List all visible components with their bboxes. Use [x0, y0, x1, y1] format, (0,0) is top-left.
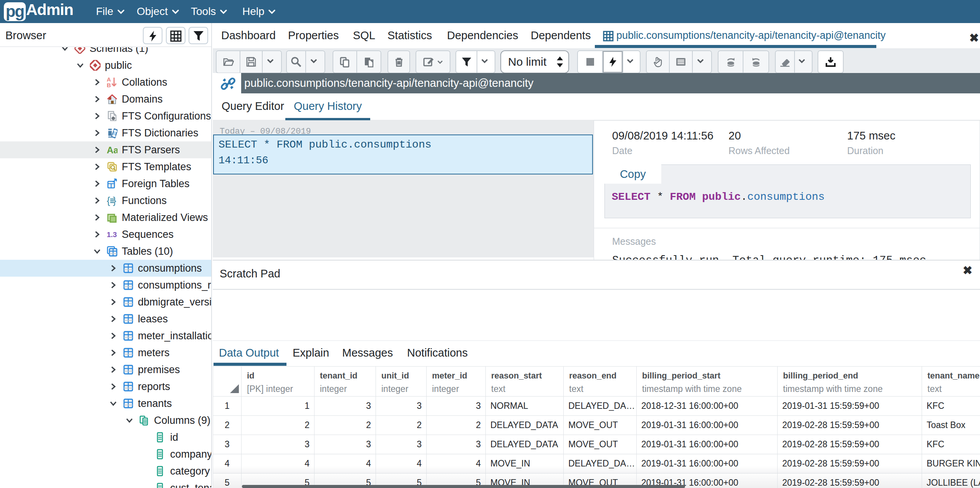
svg-text:{: {	[107, 195, 110, 206]
svg-text:B: B	[107, 82, 111, 88]
svg-text:1.3: 1.3	[107, 231, 117, 239]
svg-text:Aa: Aa	[107, 145, 118, 155]
